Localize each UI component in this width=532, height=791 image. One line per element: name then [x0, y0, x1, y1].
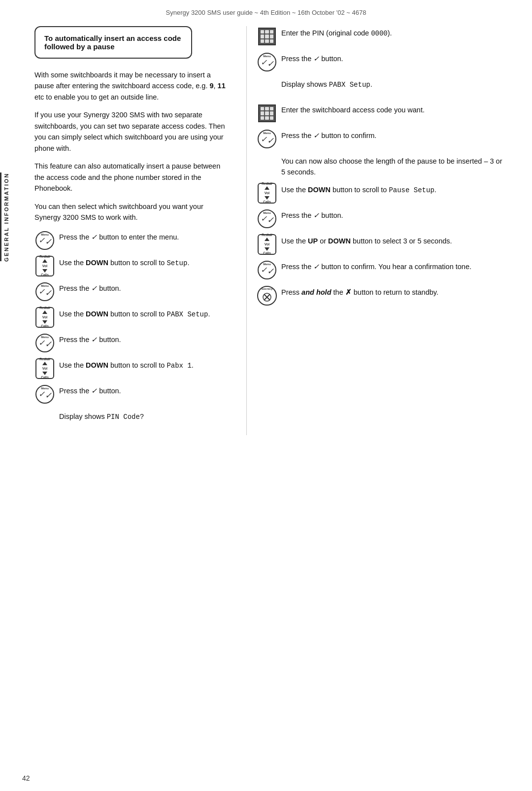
left-step-3-text: Press the ✓ button. — [59, 281, 121, 294]
header-title: Synergy 3200 SMS user guide ~ 4th Editio… — [166, 9, 366, 16]
right-step-6-text: You can now also choose the length of th… — [281, 154, 502, 178]
secrecy-icon: Secrecy — [257, 285, 277, 306]
left-step-8: Display shows PIN Code? — [34, 410, 232, 430]
body-para-3: This feature can also automatically inse… — [34, 161, 232, 194]
page-number: 42 — [22, 774, 30, 782]
main-content: To automatically insert an access code f… — [15, 21, 522, 450]
right-step-9: Redial/ Vol Calls Use the UP or DOWN but… — [257, 234, 502, 255]
right-step-7: Redial/ Vol Calls Use the DOWN button to… — [257, 183, 502, 204]
left-step-5: Menu ✓ Press the ✓ button. — [34, 333, 232, 353]
page-header: Synergy 3200 SMS user guide ~ 4th Editio… — [0, 0, 532, 21]
right-step-7-text: Use the DOWN button to scroll to Pause S… — [281, 183, 436, 196]
left-step-4-text: Use the DOWN button to scroll to PABX Se… — [59, 307, 210, 320]
left-step-7-text: Press the ✓ button. — [59, 384, 121, 397]
left-step-3: Menu ✓ Press the ✓ button. — [34, 281, 232, 302]
right-step-2-text: Press the ✓ button. — [281, 52, 343, 65]
keypad-icon-1 — [257, 26, 277, 47]
menu-icon-r4: Menu ✓ — [257, 260, 277, 280]
left-step-1: Menu ✓ Press the ✓ button to enter the m… — [34, 230, 232, 251]
right-step-2: Menu ✓ Press the ✓ button. — [257, 52, 502, 72]
right-step-5-text: Press the ✓ button to confirm. — [281, 129, 376, 141]
sidebar-bar: GENERAL INFORMATION — [0, 172, 11, 261]
right-step-6: You can now also choose the length of th… — [257, 154, 502, 178]
step-8-spacer — [34, 410, 55, 430]
right-step-5: Menu ✓ Press the ✓ button to confirm. — [257, 129, 502, 149]
menu-icon-2: Menu ✓ — [34, 281, 55, 302]
right-step-8-text: Press the ✓ button. — [281, 208, 343, 221]
body-para-2: If you use your Synergy 3200 SMS with tw… — [34, 109, 232, 154]
menu-icon-r3: Menu ✓ — [257, 208, 277, 229]
left-step-5-text: Press the ✓ button. — [59, 333, 121, 345]
left-step-6: Redial/ Vol Calls Use the DOWN button to… — [34, 358, 232, 379]
right-step-11-text: Press and hold the ✗ button to return to… — [281, 285, 438, 298]
redia-icon-2: Redial/ Vol Calls — [34, 307, 55, 328]
redia-icon-1: Redial/ Vol Calls — [34, 256, 55, 276]
right-column: Enter the PIN (original code 0000). Menu… — [252, 26, 502, 435]
right-step-10: Menu ✓ Press the ✓ button to confirm. Yo… — [257, 260, 502, 280]
right-step-3: Display shows PABX Setup. — [257, 77, 502, 98]
left-step-6-text: Use the DOWN button to scroll to Pabx 1. — [59, 358, 194, 371]
left-step-2: Redial/ Vol Calls Use the DOWN button to… — [34, 256, 232, 276]
sidebar-label: GENERAL INFORMATION — [3, 172, 9, 262]
column-divider — [246, 26, 247, 435]
menu-icon-r1: Menu ✓ — [257, 52, 277, 72]
redia-icon-r2: Redial/ Vol Calls — [257, 234, 277, 255]
menu-icon-r2: Menu ✓ — [257, 129, 277, 149]
right-step-9-text: Use the UP or DOWN button to select 3 or… — [281, 234, 452, 247]
redia-icon-3: Redial/ Vol Calls — [34, 358, 55, 379]
menu-icon-1: Menu ✓ — [34, 230, 55, 251]
body-para-1: With some switchboards it may be necessa… — [34, 69, 232, 103]
menu-icon-3: Menu ✓ — [34, 333, 55, 353]
right-step-1-text: Enter the PIN (original code 0000). — [281, 26, 392, 39]
body-para-4: You can then select which switchboard yo… — [34, 201, 232, 223]
menu-icon-4: Menu ✓ — [34, 384, 55, 405]
left-step-4: Redial/ Vol Calls Use the DOWN button to… — [34, 307, 232, 328]
left-step-8-text: Display shows PIN Code? — [59, 410, 144, 422]
callout-text: To automatically insert an access code f… — [44, 34, 181, 51]
left-step-7: Menu ✓ Press the ✓ button. — [34, 384, 232, 405]
right-step-8: Menu ✓ Press the ✓ button. — [257, 208, 502, 229]
right-step-3-spacer — [257, 77, 277, 98]
right-step-3-text: Display shows PABX Setup. — [281, 77, 372, 90]
right-step-4: Enter the switchboard access code you wa… — [257, 103, 502, 124]
keypad-icon-2 — [257, 103, 277, 124]
right-step-11: Secrecy Press and hold the ✗ button to r… — [257, 285, 502, 306]
right-step-6-spacer — [257, 154, 277, 175]
redia-icon-r1: Redial/ Vol Calls — [257, 183, 277, 204]
left-step-1-text: Press the ✓ button to enter the menu. — [59, 230, 179, 243]
right-step-1: Enter the PIN (original code 0000). — [257, 26, 502, 47]
right-step-4-text: Enter the switchboard access code you wa… — [281, 103, 425, 116]
callout-box: To automatically insert an access code f… — [34, 26, 192, 59]
left-step-2-text: Use the DOWN button to scroll to Setup. — [59, 256, 189, 269]
right-step-10-text: Press the ✓ button to confirm. You hear … — [281, 260, 471, 273]
left-column: To automatically insert an access code f… — [34, 26, 241, 435]
